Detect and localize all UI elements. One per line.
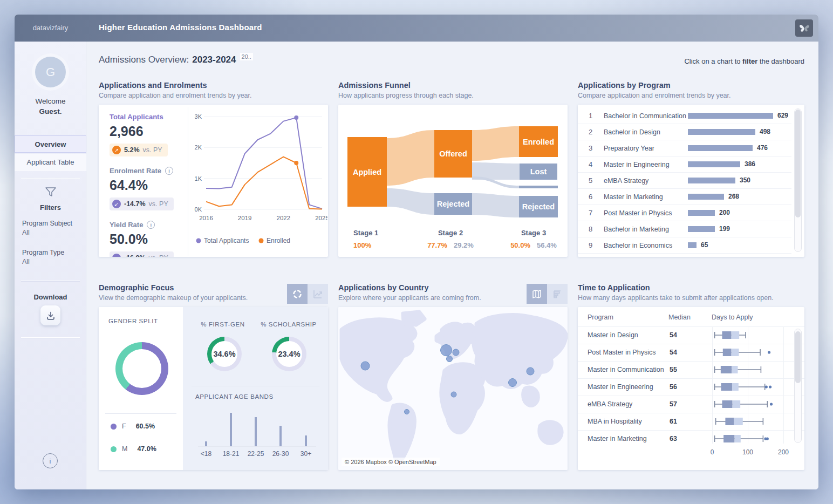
program-row[interactable]: 7Post Master in Physics200 bbox=[578, 205, 791, 221]
age-band-bar[interactable] bbox=[205, 441, 207, 446]
boxplot[interactable] bbox=[706, 327, 803, 344]
gender-donut-chart[interactable] bbox=[115, 342, 168, 395]
time-row[interactable]: Master in Marketing63 bbox=[578, 430, 804, 447]
map-bubble[interactable] bbox=[441, 345, 452, 356]
scrollbar-thumb[interactable] bbox=[795, 331, 801, 383]
funnel-node-rejected-s3[interactable]: Rejected bbox=[519, 196, 558, 217]
scholarship-gauge[interactable]: 23.4% bbox=[272, 337, 306, 371]
scrollbar[interactable] bbox=[794, 108, 802, 252]
list-view-toggle[interactable] bbox=[547, 284, 568, 304]
boxplot[interactable] bbox=[706, 379, 803, 396]
boxplot[interactable] bbox=[706, 396, 803, 413]
funnel-node-applied[interactable]: Applied bbox=[347, 137, 387, 207]
program-row[interactable]: 3Preparatory Year476 bbox=[578, 140, 791, 156]
scrollbar[interactable] bbox=[794, 329, 802, 443]
time-row[interactable]: Master in Engineering56 bbox=[578, 378, 804, 396]
download-button[interactable] bbox=[40, 305, 60, 325]
map-bubble[interactable] bbox=[527, 367, 534, 375]
stage-2-labels: Stage 2 77.7%29.2% bbox=[426, 229, 475, 249]
program-row[interactable]: 10MBA in Hospitality bbox=[578, 254, 791, 257]
legend-label[interactable]: Total Applicants bbox=[204, 237, 249, 244]
panel-title: Applications by Program bbox=[578, 81, 804, 90]
demographics-card: GENDER SPLIT F 60.5% M 47.0% % F bbox=[99, 307, 328, 470]
program-bar[interactable] bbox=[688, 242, 697, 248]
time-row[interactable]: MBA in Hospitality61 bbox=[578, 413, 804, 430]
program-bar[interactable] bbox=[688, 161, 740, 167]
map-bubble[interactable] bbox=[405, 410, 409, 414]
boxplot[interactable] bbox=[706, 413, 803, 430]
funnel-node-enrolled[interactable]: Enrolled bbox=[519, 126, 558, 157]
period-overflow[interactable]: 20.. bbox=[240, 53, 253, 60]
map-view-toggle[interactable] bbox=[527, 284, 547, 304]
world-map[interactable] bbox=[338, 307, 568, 470]
filter-program-type-label: Program Type bbox=[22, 249, 64, 256]
trend-view-toggle[interactable] bbox=[308, 284, 328, 304]
line-series[interactable] bbox=[206, 118, 322, 209]
sidebar-item-overview[interactable]: Overview bbox=[15, 135, 86, 153]
filters-title: Filters bbox=[15, 203, 86, 212]
program-rank: 4 bbox=[589, 160, 592, 168]
age-band-bar[interactable] bbox=[305, 435, 307, 446]
filter-program-subject-value[interactable]: All bbox=[22, 229, 30, 236]
info-icon[interactable] bbox=[165, 167, 173, 175]
program-rank: 7 bbox=[589, 209, 592, 217]
time-to-application-card: Program Median Days to Apply Master in D… bbox=[578, 307, 804, 470]
avatar: G bbox=[35, 57, 66, 87]
program-bar[interactable] bbox=[688, 129, 755, 135]
legend-dot[interactable] bbox=[196, 239, 201, 243]
time-row[interactable]: eMBA Strategy57 bbox=[578, 396, 804, 413]
first-gen-gauge[interactable]: 34.6% bbox=[207, 337, 242, 371]
program-bar[interactable] bbox=[688, 194, 724, 200]
program-row[interactable]: 1Bachelor in Communication629 bbox=[578, 108, 791, 124]
time-row[interactable]: Master in Design54 bbox=[578, 326, 804, 344]
filter-program-type-value[interactable]: All bbox=[22, 258, 30, 265]
map-bubble[interactable] bbox=[451, 392, 456, 397]
axis-tick: 0 bbox=[704, 448, 720, 456]
boxplot[interactable] bbox=[706, 362, 803, 378]
sidebar-item-applicant-table[interactable]: Applicant Table bbox=[15, 154, 86, 171]
boxplot[interactable] bbox=[706, 431, 803, 447]
info-icon[interactable] bbox=[147, 221, 155, 229]
program-bar[interactable] bbox=[688, 210, 715, 216]
age-band-bar[interactable] bbox=[279, 426, 282, 446]
scrollbar-thumb[interactable] bbox=[795, 110, 801, 217]
age-band-bar[interactable] bbox=[255, 417, 257, 446]
program-bar[interactable] bbox=[688, 145, 753, 151]
legend-item-f[interactable]: F 60.5% bbox=[111, 423, 155, 430]
time-median-value: 56 bbox=[670, 383, 677, 391]
app-title: Higher Education Admissions Dashboard bbox=[99, 23, 262, 32]
map-bubble[interactable] bbox=[453, 349, 459, 356]
map-bubble[interactable] bbox=[447, 356, 453, 362]
program-bar[interactable] bbox=[688, 178, 735, 183]
boxplot[interactable] bbox=[706, 344, 803, 361]
marker-dot[interactable] bbox=[294, 161, 298, 165]
funnel-node-offered[interactable]: Offered bbox=[434, 130, 472, 178]
funnel-node-thin[interactable] bbox=[519, 186, 558, 188]
info-button[interactable]: i bbox=[43, 453, 58, 468]
age-band-bar[interactable] bbox=[230, 413, 232, 446]
marker-dot[interactable] bbox=[294, 115, 298, 120]
program-row[interactable]: 8Bachelor in Marketing199 bbox=[578, 221, 791, 237]
trend-line-chart[interactable]: 0K1K2K3K2016201920222025Total Applicants… bbox=[188, 107, 327, 256]
program-list-card: 1Bachelor in Communication6292Bachelor i… bbox=[578, 105, 804, 257]
donut-view-toggle[interactable] bbox=[287, 284, 308, 304]
legend-label[interactable]: Enrolled bbox=[267, 237, 290, 244]
time-row[interactable]: Master in Communication55 bbox=[578, 361, 804, 378]
program-row[interactable]: 9Bachelor in Economics65 bbox=[578, 237, 791, 254]
map-bubble[interactable] bbox=[361, 362, 370, 370]
program-row[interactable]: 6Master in Marketing268 bbox=[578, 189, 791, 205]
program-bar[interactable] bbox=[688, 226, 715, 232]
funnel-node-lost[interactable]: Lost bbox=[520, 164, 557, 180]
legend-item-m[interactable]: M 47.0% bbox=[111, 445, 156, 453]
funnel-node-rejected-s2[interactable]: Rejected bbox=[434, 193, 472, 215]
time-row[interactable]: Post Master in Physics54 bbox=[578, 344, 804, 361]
program-bar[interactable] bbox=[688, 113, 773, 119]
map-bubble[interactable] bbox=[509, 379, 517, 387]
legend-dot[interactable] bbox=[259, 239, 264, 243]
program-row[interactable]: 2Bachelor in Design498 bbox=[578, 124, 791, 140]
program-row[interactable]: 5eMBA Strategy350 bbox=[578, 173, 791, 189]
line-series[interactable] bbox=[206, 157, 322, 209]
program-name: Master in Engineering bbox=[604, 161, 670, 168]
period-selector[interactable]: 2023-2024 bbox=[192, 55, 236, 65]
program-row[interactable]: 4Master in Engineering386 bbox=[578, 156, 791, 173]
